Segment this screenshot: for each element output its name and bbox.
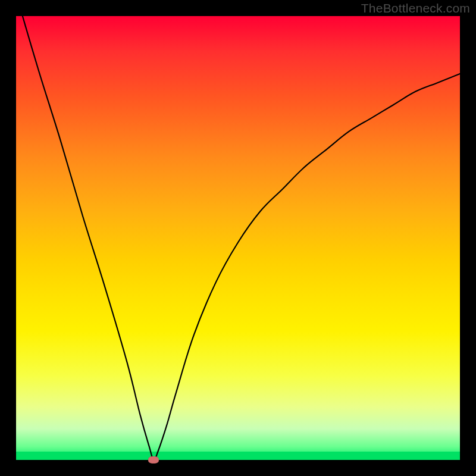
bottleneck-curve [16,0,460,460]
curve-svg [16,16,460,460]
plot-area [16,16,460,460]
watermark-text: TheBottleneck.com [361,1,470,15]
min-marker [148,456,159,464]
chart-frame: TheBottleneck.com [0,0,476,476]
